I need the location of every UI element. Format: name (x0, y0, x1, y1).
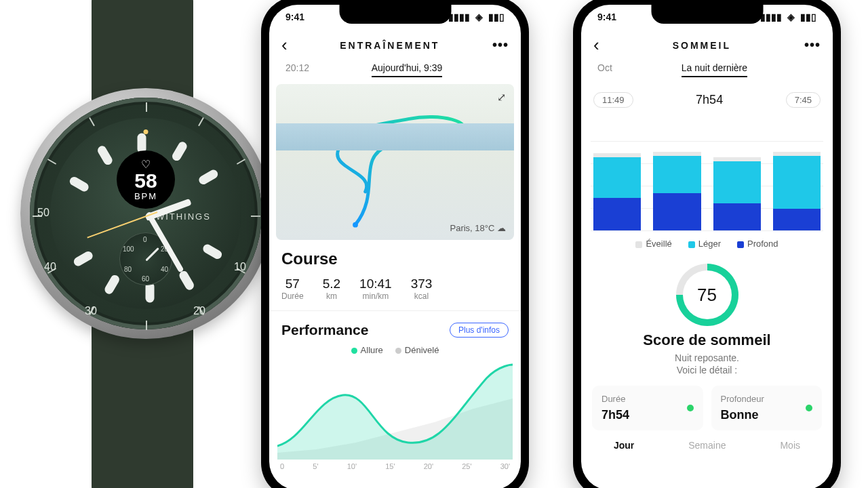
expand-icon[interactable]: ⤢ (497, 91, 506, 104)
page-title: SOMMEIL (673, 40, 731, 51)
tab-prev-month[interactable]: Oct (597, 62, 612, 77)
sleep-end-time: 7:45 (786, 92, 821, 108)
status-dot-icon (806, 405, 812, 411)
tab-active[interactable]: La nuit dernière (682, 62, 747, 77)
perf-legend: Allure Dénivelé (269, 341, 521, 358)
sleep-score-sub: Nuit reposante.Voici le détail : (581, 352, 833, 376)
tab-day[interactable]: Jour (614, 440, 634, 451)
more-info-button[interactable]: Plus d'infos (450, 323, 509, 338)
sleep-score-title: Score de sommeil (581, 331, 833, 349)
more-button[interactable]: ••• (492, 37, 509, 53)
watch-dial: ♡ 58 BPM WITHINGS 0 20 40 60 80 100 (50, 118, 241, 309)
status-dot-icon (687, 405, 694, 411)
wifi-icon: ◈ (787, 12, 795, 22)
heart-rate-value: 58 (134, 171, 157, 191)
perf-title: Performance (281, 322, 368, 338)
phone-notch (651, 5, 763, 24)
sleep-legend: Éveillé Léger Profond (581, 236, 833, 256)
watch-lcd: ♡ 58 BPM (117, 150, 175, 209)
phone-training: 9:41 ▮▮▮▮ ◈ ▮▮▯ ‹ ENTRAÎNEMENT ••• 20:12… (261, 0, 529, 488)
back-button[interactable]: ‹ (281, 35, 288, 56)
more-button[interactable]: ••• (804, 37, 821, 53)
bezel-num: 10 (234, 261, 246, 273)
weather-label: Paris, 18°C ☁ (450, 223, 506, 233)
heart-rate-unit: BPM (134, 191, 157, 201)
tab-week[interactable]: Semaine (688, 440, 726, 451)
phone-sleep: 9:41 ▮▮▮▮ ◈ ▮▮▯ ‹ SOMMEIL ••• Oct La nui… (573, 0, 841, 488)
status-time: 9:41 (597, 12, 616, 22)
bezel-num: 40 (44, 261, 56, 273)
card-duration[interactable]: Durée 7h54 (592, 386, 703, 430)
wifi-icon: ◈ (475, 12, 483, 22)
battery-icon: ▮▮▯ (488, 12, 505, 22)
activity-title: Course (281, 249, 338, 268)
bezel-num: 20 (193, 305, 205, 317)
performance-chart[interactable] (277, 358, 513, 460)
workout-map[interactable]: ⤢ Paris, 18°C ☁ (276, 84, 514, 240)
bezel-num: 30 (85, 305, 97, 317)
battery-icon: ▮▮▯ (800, 12, 816, 22)
signal-icon: ▮▮▮▮ (448, 12, 470, 22)
sleep-score-ring: 75 (676, 264, 738, 326)
date-tabs[interactable]: 20:12 Aujourd'hui, 9:39 (269, 60, 521, 84)
range-tabs[interactable]: Jour Semaine Mois (581, 430, 833, 451)
workout-stats: 57Durée 5.2km 10:41min/km 373kcal (269, 272, 521, 311)
tab-active[interactable]: Aujourd'hui, 9:39 (372, 62, 443, 77)
watch: 50 40 30 20 10 ♡ 58 BPM WITHIN (0, 0, 285, 488)
perf-x-axis: 05' 10'15' 20'25' 30' (269, 460, 521, 470)
sleep-total: 7h54 (696, 93, 723, 107)
watch-case: 50 40 30 20 10 ♡ 58 BPM WITHIN (20, 88, 271, 339)
sleep-score-value: 75 (683, 270, 732, 319)
svg-point-1 (454, 129, 461, 136)
sleep-chart[interactable] (591, 119, 823, 230)
svg-point-0 (450, 124, 465, 140)
status-time: 9:41 (285, 12, 304, 22)
date-tabs[interactable]: Oct La nuit dernière (581, 60, 833, 84)
phone-notch (339, 5, 451, 24)
bezel-num: 50 (37, 207, 50, 219)
status-icons: ▮▮▮▮ ◈ ▮▮▯ (757, 12, 816, 22)
page-title: ENTRAÎNEMENT (340, 40, 439, 51)
signal-icon: ▮▮▮▮ (760, 12, 782, 22)
back-button[interactable]: ‹ (593, 35, 599, 56)
tab-month[interactable]: Mois (780, 440, 800, 451)
sleep-start-time: 11:49 (593, 92, 633, 108)
status-icons: ▮▮▮▮ ◈ ▮▮▯ (446, 12, 505, 22)
svg-point-2 (353, 222, 358, 228)
tab-prev-time[interactable]: 20:12 (285, 62, 309, 77)
card-depth[interactable]: Profondeur Bonne (711, 386, 823, 430)
cloud-icon: ☁ (497, 223, 506, 233)
